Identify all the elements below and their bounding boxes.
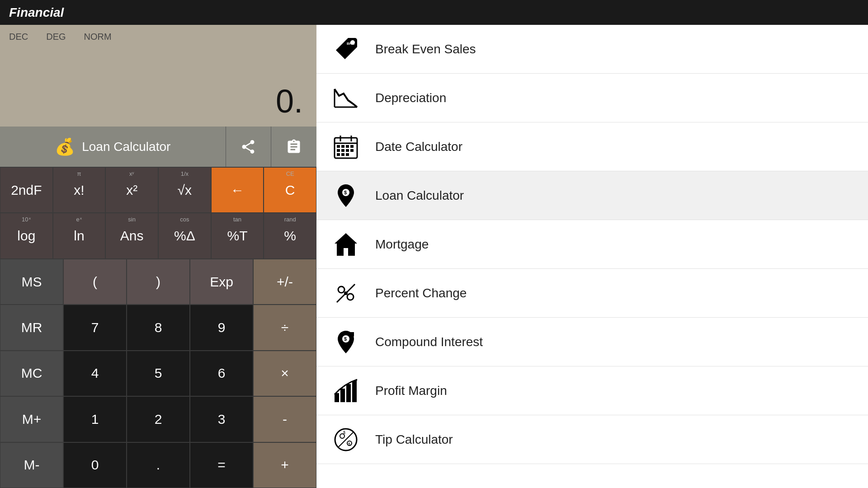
btn-div-label: ÷ — [281, 320, 288, 335]
loan-button-label: Loan Calculator — [82, 140, 170, 154]
btn-1[interactable]: 1 — [63, 396, 127, 442]
btn-add[interactable]: + — [253, 442, 316, 488]
menu-label-loan-calc: Loan Calculator — [375, 188, 464, 203]
svg-text:$: $ — [344, 336, 347, 342]
svg-rect-12 — [341, 149, 344, 152]
btn-percent-t[interactable]: tan %T — [211, 213, 264, 258]
btn-7-label: 7 — [91, 320, 99, 335]
svg-point-22 — [347, 294, 354, 300]
btn-exp[interactable]: Exp — [190, 259, 253, 305]
btn-pct-label: % — [284, 228, 296, 244]
menu-label-break-even: Break Even Sales — [375, 42, 476, 56]
btn-factorial-super: π — [77, 170, 81, 177]
btn-clear[interactable]: CE C — [264, 167, 316, 213]
loan-calculator-button[interactable]: 💰 Loan Calculator — [0, 127, 226, 167]
button-row-7: M- 0 . = + — [0, 442, 316, 488]
btn-1-label: 1 — [91, 412, 99, 427]
svg-text:$: $ — [343, 430, 345, 435]
mode-dec: DEC — [9, 32, 28, 42]
app-title: Financial — [9, 5, 64, 20]
btn-0-label: 0 — [91, 457, 99, 473]
menu-item-compound-interest[interactable]: $ Compound Interest — [316, 318, 868, 366]
btn-mminus[interactable]: M- — [0, 442, 63, 488]
btn-sqrt[interactable]: 1/x √x — [158, 167, 211, 213]
btn-ln-super: eˣ — [76, 216, 82, 223]
btn-4[interactable]: 4 — [63, 351, 127, 396]
btn-mr[interactable]: MR — [0, 305, 63, 350]
break-even-icon: BRK — [330, 33, 362, 65]
btn-2ndf[interactable]: 2ndF — [0, 167, 53, 213]
btn-multiply[interactable]: × — [253, 351, 316, 396]
btn-mc[interactable]: MC — [0, 351, 63, 396]
btn-8-label: 8 — [155, 320, 162, 335]
display-area: DEC DEG NORM 0. — [0, 25, 316, 127]
btn-sqrt-label: √x — [178, 183, 192, 198]
btn-squared-super: xʸ — [129, 170, 135, 177]
btn-6[interactable]: 6 — [190, 351, 253, 396]
menu-item-tip-calc[interactable]: $ $ Tip Calculator — [316, 415, 868, 464]
date-calc-icon — [330, 131, 362, 163]
percent-change-icon — [330, 277, 362, 309]
btn-mm-label: M- — [24, 457, 40, 473]
btn-0[interactable]: 0 — [63, 442, 127, 488]
btn-cp-label: ) — [156, 274, 160, 290]
btn-7[interactable]: 7 — [63, 305, 127, 350]
btn-ans-super: sin — [128, 216, 136, 223]
right-panel: BRK Break Even Sales Depreciation — [316, 25, 868, 488]
menu-label-percent-change: Percent Change — [375, 286, 467, 300]
tip-calc-icon: $ $ — [330, 424, 362, 455]
btn-log[interactable]: 10ˣ log — [0, 213, 53, 258]
button-row-3: MS ( ) Exp +/- — [0, 259, 316, 305]
btn-8[interactable]: 8 — [127, 305, 190, 350]
btn-squared[interactable]: xʸ x² — [105, 167, 158, 213]
svg-rect-7 — [337, 145, 340, 148]
menu-item-break-even[interactable]: BRK Break Even Sales — [316, 25, 868, 74]
btn-factorial-label: x! — [74, 183, 84, 198]
menu-item-mortgage[interactable]: Mortgage — [316, 220, 868, 269]
btn-ms[interactable]: MS — [0, 259, 63, 305]
menu-item-date-calc[interactable]: Date Calculator — [316, 122, 868, 171]
number-display: 0. — [9, 83, 307, 124]
btn-ans[interactable]: sin Ans — [105, 213, 158, 258]
btn-open-paren[interactable]: ( — [63, 259, 127, 305]
btn-decimal[interactable]: . — [127, 442, 190, 488]
btn-5[interactable]: 5 — [127, 351, 190, 396]
mortgage-icon — [330, 229, 362, 260]
btn-close-paren[interactable]: ) — [127, 259, 190, 305]
btn-backspace[interactable]: ← — [211, 167, 264, 213]
svg-rect-16 — [341, 153, 344, 156]
menu-label-depreciation: Depreciation — [375, 91, 446, 105]
menu-item-loan-calc[interactable]: $ Loan Calculator — [316, 171, 868, 220]
menu-item-depreciation[interactable]: Depreciation — [316, 74, 868, 122]
svg-rect-15 — [337, 153, 340, 156]
btn-ln[interactable]: eˣ ln — [53, 213, 106, 258]
svg-marker-20 — [335, 233, 357, 256]
button-row-5: MC 4 5 6 × — [0, 351, 316, 396]
btn-mplus[interactable]: M+ — [0, 396, 63, 442]
menu-item-profit-margin[interactable]: Profit Margin — [316, 366, 868, 415]
profit-margin-icon — [330, 375, 362, 407]
clipboard-button[interactable] — [271, 127, 316, 167]
btn-equals[interactable]: = — [190, 442, 253, 488]
btn-divide[interactable]: ÷ — [253, 305, 316, 350]
btn-pd-label: %Δ — [174, 228, 195, 244]
btn-log-super: 10ˣ — [22, 216, 31, 223]
menu-label-date-calc: Date Calculator — [375, 140, 462, 154]
share-button[interactable] — [226, 127, 272, 167]
btn-pd-super: cos — [180, 216, 189, 223]
btn-percent[interactable]: rand % — [264, 213, 316, 258]
btn-plus-minus[interactable]: +/- — [253, 259, 316, 305]
menu-label-tip-calc: Tip Calculator — [375, 432, 453, 447]
btn-factorial[interactable]: π x! — [53, 167, 106, 213]
btn-3[interactable]: 3 — [190, 396, 253, 442]
menu-item-percent-change[interactable]: Percent Change — [316, 269, 868, 318]
svg-text:$: $ — [344, 190, 347, 195]
btn-9[interactable]: 9 — [190, 305, 253, 350]
btn-pt-super: tan — [233, 216, 241, 223]
btn-percent-delta[interactable]: cos %Δ — [158, 213, 211, 258]
svg-rect-31 — [352, 381, 357, 402]
svg-point-24 — [344, 291, 348, 295]
btn-subtract[interactable]: - — [253, 396, 316, 442]
money-bag-icon: 💰 — [55, 137, 75, 156]
btn-2[interactable]: 2 — [127, 396, 190, 442]
